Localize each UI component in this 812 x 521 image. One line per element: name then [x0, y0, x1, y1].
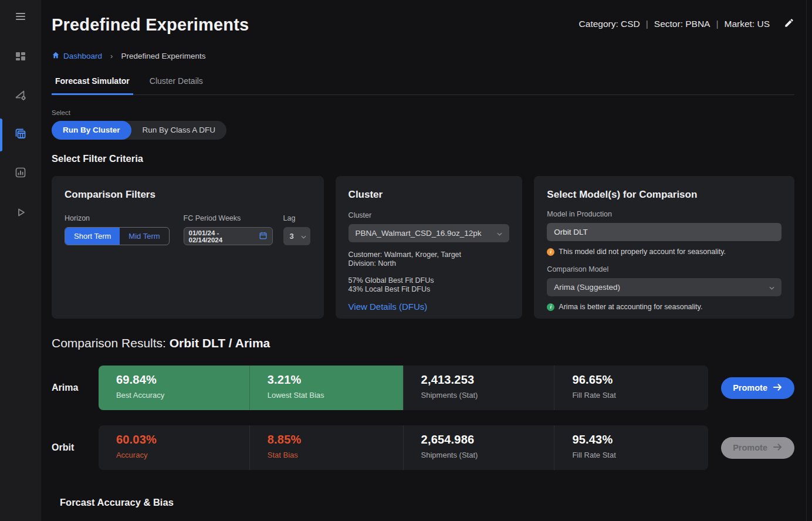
tab-forecast-simulator[interactable]: Forecast Simulator	[52, 76, 133, 95]
page-header: Predefined Experiments Category: CSD | S…	[52, 0, 794, 35]
cluster-card: Cluster Cluster PBNA_Walmart_CSD_16.9oz_…	[336, 176, 523, 319]
calendar-icon	[259, 231, 268, 241]
lag-select[interactable]: 3	[283, 227, 310, 245]
global-fit-stat: 57% Global Best Fit DFUs	[349, 276, 510, 285]
sidebar	[0, 0, 41, 521]
run-by-class-a-dfu-option[interactable]: Run By Class A DFU	[131, 121, 227, 140]
breadcrumb-separator: ›	[110, 52, 113, 60]
lag-label: Lag	[283, 214, 310, 222]
result-row-arima: Arima 69.84% Best Accuracy 3.21% Lowest …	[52, 366, 794, 410]
hamburger-icon	[14, 10, 27, 25]
metric-strip: 60.03% Accuracy 8.85% Stat Bias 2,654.98…	[99, 425, 708, 470]
card-title: Comparison Filters	[65, 189, 311, 201]
comparison-model-label: Comparison Model	[547, 265, 781, 273]
forecast-accuracy-bias-heading: Forcast Accuracy & Bias	[60, 497, 794, 508]
metric-strip: 69.84% Best Accuracy 3.21% Lowest Stat B…	[99, 366, 708, 410]
cluster-meta: Customer: Walmart, Kroger, Target Divisi…	[349, 251, 510, 268]
cluster-select[interactable]: PBNA_Walmart_CSD_16.9oz_12pk	[349, 224, 510, 242]
metric-best-accuracy: 69.84% Best Accuracy	[99, 366, 249, 410]
sidebar-item-experiments[interactable]	[0, 83, 41, 109]
metric-lowest-stat-bias: 3.21% Lowest Stat Bias	[249, 366, 403, 410]
cluster-field-label: Cluster	[349, 211, 510, 219]
stacked-tables-icon	[13, 127, 28, 143]
play-icon	[14, 206, 27, 221]
comparison-filters-card: Comparison Filters Horizon Short Term Mi…	[52, 176, 324, 319]
fc-period-label: FC Period Weeks	[184, 214, 273, 222]
triangle-gear-icon	[13, 88, 28, 104]
compared-models: Orbit DLT / Arima	[170, 336, 270, 350]
fc-period-date-range-input[interactable]: 01/01/24 - 02/14/2024	[184, 227, 273, 245]
tab-bar: Forecast Simulator Cluster Details	[52, 76, 794, 95]
chevron-down-icon	[769, 283, 774, 292]
comparison-model-note: i Arima is better at accounting for seas…	[547, 303, 781, 311]
arrow-right-icon	[773, 443, 783, 453]
metric-accuracy: 60.03% Accuracy	[99, 425, 249, 470]
cluster-division: Division: North	[349, 259, 510, 268]
metric-stat-bias: 8.85% Stat Bias	[249, 425, 403, 470]
context-sector: Sector: PBNA	[654, 19, 710, 29]
sidebar-item-reports[interactable]	[0, 161, 41, 187]
sidebar-item-dashboard[interactable]	[0, 45, 41, 70]
pencil-icon	[784, 18, 794, 31]
filter-criteria-heading: Select Filter Criteria	[52, 153, 794, 164]
card-title: Cluster	[349, 189, 510, 201]
result-row-orbit: Orbit 60.03% Accuracy 8.85% Stat Bias 2,…	[52, 425, 794, 470]
home-icon	[52, 51, 60, 61]
scrollbar-track[interactable]	[806, 0, 807, 521]
context-category: Category: CSD	[579, 19, 640, 29]
horizon-toggle: Short Term Mid Term	[65, 227, 170, 245]
select-models-card: Select Model(s) for Comparison Model in …	[534, 176, 794, 319]
cluster-fit-stats: 57% Global Best Fit DFUs 43% Local Best …	[349, 276, 510, 294]
sidebar-item-run[interactable]	[0, 201, 41, 226]
run-mode-toggle: Run By Cluster Run By Class A DFU	[52, 121, 226, 140]
dashboard-grid-icon	[14, 50, 27, 65]
run-mode-label: Select	[52, 109, 794, 116]
horizon-mid-term-option[interactable]: Mid Term	[120, 228, 168, 245]
filter-cards: Comparison Filters Horizon Short Term Mi…	[52, 176, 794, 319]
metric-shipments-stat: 2,654.986 Shipments (Stat)	[403, 425, 554, 470]
main-content: Predefined Experiments Category: CSD | S…	[41, 0, 812, 521]
breadcrumb-current: Predefined Experiments	[121, 52, 205, 60]
metric-shipments-stat: 2,413.253 Shipments (Stat)	[403, 366, 554, 410]
tab-cluster-details[interactable]: Cluster Details	[146, 76, 207, 94]
row-label: Orbit	[52, 442, 99, 453]
promote-arima-button[interactable]: Promote	[721, 377, 794, 399]
breadcrumb-dashboard-link[interactable]: Dashboard	[52, 51, 102, 61]
model-in-production-field[interactable]: Orbit DLT	[547, 223, 781, 241]
promote-orbit-button[interactable]: Promote	[721, 437, 794, 459]
comparison-model-select[interactable]: Arima (Suggested)	[547, 278, 781, 296]
view-details-link[interactable]: View Details (DFUs)	[349, 302, 510, 312]
model-in-production-label: Model in Production	[547, 210, 781, 218]
breadcrumb: Dashboard › Predefined Experiments	[52, 51, 794, 61]
arrow-right-icon	[773, 383, 783, 393]
sidebar-item-forecast-simulator[interactable]	[0, 122, 41, 148]
context-market: Market: US	[724, 19, 770, 29]
page-title: Predefined Experiments	[52, 15, 249, 35]
metric-fill-rate-stat: 95.43% Fill Rate Stat	[554, 425, 708, 470]
warning-info-icon: i	[547, 248, 554, 256]
horizon-label: Horizon	[65, 214, 170, 222]
cluster-customer: Customer: Walmart, Kroger, Target	[349, 251, 510, 259]
context-bar: Category: CSD | Sector: PBNA | Market: U…	[579, 18, 794, 31]
success-info-icon: i	[547, 303, 554, 311]
chevron-down-icon	[497, 229, 502, 238]
row-label: Arima	[52, 383, 99, 393]
production-model-note: i This model did not properly account fo…	[547, 248, 781, 256]
run-by-cluster-option[interactable]: Run By Cluster	[52, 121, 131, 140]
horizon-short-term-option[interactable]: Short Term	[65, 228, 120, 245]
active-indicator	[0, 119, 2, 151]
menu-button[interactable]	[0, 5, 41, 31]
card-title: Select Model(s) for Comparison	[547, 189, 781, 201]
edit-context-button[interactable]	[784, 18, 794, 31]
bar-chart-icon	[14, 166, 27, 181]
comparison-results-heading: Comparison Results: Orbit DLT / Arima	[52, 336, 794, 350]
metric-fill-rate-stat: 96.65% Fill Rate Stat	[554, 366, 708, 410]
local-fit-stat: 43% Local Best Fit DFUs	[349, 285, 510, 294]
chevron-down-icon	[301, 232, 306, 241]
